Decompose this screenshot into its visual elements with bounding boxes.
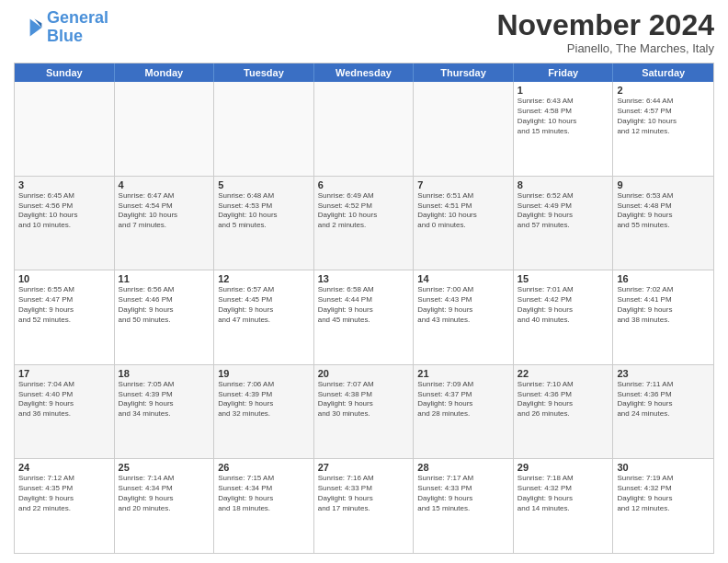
- empty-cell-0-3: [314, 82, 415, 176]
- day-info: Sunrise: 6:58 AM Sunset: 4:44 PM Dayligh…: [318, 285, 410, 325]
- day-info: Sunrise: 6:52 AM Sunset: 4:49 PM Dayligh…: [518, 191, 609, 231]
- day-info: Sunrise: 7:16 AM Sunset: 4:33 PM Dayligh…: [318, 474, 410, 513]
- day-number: 12: [218, 273, 310, 284]
- day-info: Sunrise: 6:51 AM Sunset: 4:51 PM Dayligh…: [417, 191, 509, 231]
- day-cell-20: 20Sunrise: 7:07 AM Sunset: 4:38 PM Dayli…: [314, 365, 415, 459]
- day-info: Sunrise: 6:55 AM Sunset: 4:47 PM Dayligh…: [18, 285, 110, 325]
- day-number: 13: [318, 273, 410, 284]
- day-info: Sunrise: 7:18 AM Sunset: 4:32 PM Dayligh…: [518, 474, 609, 513]
- day-cell-26: 26Sunrise: 7:15 AM Sunset: 4:34 PM Dayli…: [214, 459, 314, 553]
- day-cell-24: 24Sunrise: 7:12 AM Sunset: 4:35 PM Dayli…: [15, 459, 115, 553]
- calendar-row-3: 17Sunrise: 7:04 AM Sunset: 4:40 PM Dayli…: [15, 364, 713, 459]
- day-info: Sunrise: 7:17 AM Sunset: 4:33 PM Dayligh…: [417, 474, 509, 513]
- header-day-wednesday: Wednesday: [314, 63, 415, 82]
- calendar-header: SundayMondayTuesdayWednesdayThursdayFrid…: [15, 63, 713, 82]
- day-info: Sunrise: 7:09 AM Sunset: 4:37 PM Dayligh…: [417, 380, 509, 419]
- day-number: 22: [518, 368, 609, 379]
- day-cell-1: 1Sunrise: 6:43 AM Sunset: 4:58 PM Daylig…: [514, 82, 614, 176]
- logo-icon: [14, 13, 43, 42]
- day-number: 20: [318, 368, 410, 379]
- day-number: 6: [318, 179, 410, 190]
- day-number: 2: [617, 85, 710, 96]
- day-number: 25: [119, 462, 210, 473]
- calendar-row-2: 10Sunrise: 6:55 AM Sunset: 4:47 PM Dayli…: [15, 270, 713, 364]
- day-info: Sunrise: 6:48 AM Sunset: 4:53 PM Dayligh…: [218, 191, 310, 231]
- calendar-body: 1Sunrise: 6:43 AM Sunset: 4:58 PM Daylig…: [15, 82, 713, 553]
- day-cell-25: 25Sunrise: 7:14 AM Sunset: 4:34 PM Dayli…: [115, 459, 215, 553]
- day-cell-16: 16Sunrise: 7:02 AM Sunset: 4:41 PM Dayli…: [613, 270, 713, 364]
- day-number: 27: [318, 462, 410, 473]
- day-number: 19: [218, 368, 310, 379]
- day-cell-29: 29Sunrise: 7:18 AM Sunset: 4:32 PM Dayli…: [514, 459, 614, 553]
- day-number: 14: [417, 273, 509, 284]
- day-cell-21: 21Sunrise: 7:09 AM Sunset: 4:37 PM Dayli…: [414, 365, 514, 459]
- day-cell-15: 15Sunrise: 7:01 AM Sunset: 4:42 PM Dayli…: [514, 270, 614, 364]
- logo: General Blue: [14, 9, 108, 46]
- day-cell-13: 13Sunrise: 6:58 AM Sunset: 4:44 PM Dayli…: [314, 270, 415, 364]
- day-info: Sunrise: 7:19 AM Sunset: 4:32 PM Dayligh…: [617, 474, 710, 513]
- day-number: 11: [119, 273, 210, 284]
- day-number: 4: [119, 179, 210, 190]
- day-cell-5: 5Sunrise: 6:48 AM Sunset: 4:53 PM Daylig…: [214, 177, 314, 270]
- empty-cell-0-4: [414, 82, 514, 176]
- location: Pianello, The Marches, Italy: [496, 41, 714, 55]
- day-info: Sunrise: 7:10 AM Sunset: 4:36 PM Dayligh…: [518, 380, 609, 419]
- day-number: 5: [218, 179, 310, 190]
- day-cell-6: 6Sunrise: 6:49 AM Sunset: 4:52 PM Daylig…: [314, 177, 415, 270]
- day-number: 28: [417, 462, 509, 473]
- calendar-row-1: 3Sunrise: 6:45 AM Sunset: 4:56 PM Daylig…: [15, 176, 713, 270]
- header-day-thursday: Thursday: [414, 63, 514, 82]
- day-info: Sunrise: 7:06 AM Sunset: 4:39 PM Dayligh…: [218, 380, 310, 419]
- day-cell-28: 28Sunrise: 7:17 AM Sunset: 4:33 PM Dayli…: [414, 459, 514, 553]
- day-cell-19: 19Sunrise: 7:06 AM Sunset: 4:39 PM Dayli…: [214, 365, 314, 459]
- day-number: 16: [617, 273, 710, 284]
- day-number: 1: [518, 85, 609, 96]
- header-day-monday: Monday: [115, 63, 215, 82]
- header-day-friday: Friday: [514, 63, 614, 82]
- header: General Blue November 2024 Pianello, The…: [14, 9, 714, 55]
- day-number: 9: [617, 179, 710, 190]
- svg-marker-0: [30, 18, 42, 36]
- month-title: November 2024: [496, 9, 714, 41]
- day-cell-23: 23Sunrise: 7:11 AM Sunset: 4:36 PM Dayli…: [613, 365, 713, 459]
- day-info: Sunrise: 6:44 AM Sunset: 4:57 PM Dayligh…: [617, 97, 710, 136]
- day-number: 3: [18, 179, 110, 190]
- day-cell-11: 11Sunrise: 6:56 AM Sunset: 4:46 PM Dayli…: [115, 270, 215, 364]
- day-number: 30: [617, 462, 710, 473]
- day-info: Sunrise: 7:01 AM Sunset: 4:42 PM Dayligh…: [518, 285, 609, 325]
- day-number: 26: [218, 462, 310, 473]
- day-info: Sunrise: 6:53 AM Sunset: 4:48 PM Dayligh…: [617, 191, 710, 231]
- day-number: 24: [18, 462, 110, 473]
- day-cell-7: 7Sunrise: 6:51 AM Sunset: 4:51 PM Daylig…: [414, 177, 514, 270]
- day-number: 29: [518, 462, 609, 473]
- header-day-saturday: Saturday: [613, 63, 713, 82]
- day-info: Sunrise: 7:14 AM Sunset: 4:34 PM Dayligh…: [119, 474, 210, 513]
- day-cell-30: 30Sunrise: 7:19 AM Sunset: 4:32 PM Dayli…: [613, 459, 713, 553]
- day-info: Sunrise: 6:49 AM Sunset: 4:52 PM Dayligh…: [318, 191, 410, 231]
- calendar: SundayMondayTuesdayWednesdayThursdayFrid…: [14, 63, 714, 554]
- day-info: Sunrise: 7:15 AM Sunset: 4:34 PM Dayligh…: [218, 474, 310, 513]
- day-number: 17: [18, 368, 110, 379]
- day-cell-4: 4Sunrise: 6:47 AM Sunset: 4:54 PM Daylig…: [115, 177, 215, 270]
- day-number: 23: [617, 368, 710, 379]
- day-info: Sunrise: 7:11 AM Sunset: 4:36 PM Dayligh…: [617, 380, 710, 419]
- logo-text: General Blue: [47, 9, 108, 46]
- day-number: 10: [18, 273, 110, 284]
- calendar-row-0: 1Sunrise: 6:43 AM Sunset: 4:58 PM Daylig…: [15, 82, 713, 176]
- day-cell-3: 3Sunrise: 6:45 AM Sunset: 4:56 PM Daylig…: [15, 177, 115, 270]
- logo-line2: Blue: [47, 27, 83, 45]
- day-info: Sunrise: 6:43 AM Sunset: 4:58 PM Dayligh…: [518, 97, 609, 136]
- calendar-row-4: 24Sunrise: 7:12 AM Sunset: 4:35 PM Dayli…: [15, 458, 713, 553]
- header-day-sunday: Sunday: [15, 63, 115, 82]
- day-info: Sunrise: 7:00 AM Sunset: 4:43 PM Dayligh…: [417, 285, 509, 325]
- day-info: Sunrise: 7:05 AM Sunset: 4:39 PM Dayligh…: [119, 380, 210, 419]
- day-cell-18: 18Sunrise: 7:05 AM Sunset: 4:39 PM Dayli…: [115, 365, 215, 459]
- day-info: Sunrise: 6:47 AM Sunset: 4:54 PM Dayligh…: [119, 191, 210, 231]
- day-number: 15: [518, 273, 609, 284]
- day-number: 18: [119, 368, 210, 379]
- day-info: Sunrise: 6:45 AM Sunset: 4:56 PM Dayligh…: [18, 191, 110, 231]
- day-number: 21: [417, 368, 509, 379]
- day-number: 7: [417, 179, 509, 190]
- day-cell-27: 27Sunrise: 7:16 AM Sunset: 4:33 PM Dayli…: [314, 459, 415, 553]
- day-info: Sunrise: 7:02 AM Sunset: 4:41 PM Dayligh…: [617, 285, 710, 325]
